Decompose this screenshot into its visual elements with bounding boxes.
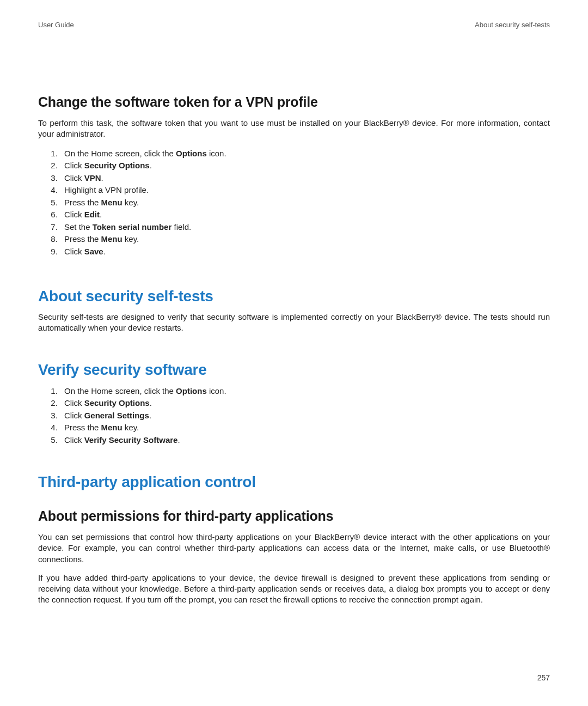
step-pre: On the Home screen, click the (64, 386, 176, 395)
step-pre: Press the (64, 423, 101, 432)
step-pre: On the Home screen, click the (64, 149, 176, 158)
list-item: Click Edit. (60, 209, 550, 221)
paragraph-permissions-1: You can set permissions that control how… (38, 532, 550, 565)
step-pre: Click (64, 398, 84, 407)
heading-change-token: Change the software token for a VPN prof… (38, 94, 550, 110)
step-pre: Press the (64, 198, 101, 207)
step-pre: Click (64, 435, 84, 445)
step-bold: Security Options (84, 398, 150, 407)
step-post: key. (122, 234, 139, 244)
subheading-permissions: About permissions for third-party applic… (38, 508, 550, 524)
step-bold: Menu (101, 198, 122, 207)
step-bold: General Settings (84, 411, 149, 420)
step-pre: Press the (64, 234, 101, 244)
list-item: Click VPN. (60, 172, 550, 185)
step-post: . (150, 398, 152, 407)
page-header: User Guide About security self-tests (38, 21, 550, 29)
step-post: . (100, 210, 102, 219)
list-item: Press the Menu key. (60, 422, 550, 434)
step-bold: Options (176, 149, 207, 158)
intro-change-token: To perform this task, the software token… (38, 118, 550, 140)
step-bold: Options (176, 386, 207, 395)
step-bold: VPN (84, 173, 101, 182)
step-post: key. (122, 198, 139, 207)
step-post: . (177, 435, 180, 445)
step-bold: Security Options (84, 161, 150, 170)
step-post: . (103, 247, 106, 256)
step-post: key. (122, 423, 139, 432)
step-pre: Set the (64, 222, 93, 232)
steps-change-token: On the Home screen, click the Options ic… (38, 148, 550, 258)
header-left: User Guide (38, 21, 74, 29)
step-pre: Click (64, 411, 84, 420)
step-pre: Click (64, 247, 84, 256)
body-about-self-tests: Security self-tests are designed to veri… (38, 312, 550, 334)
list-item: Click Security Options. (60, 397, 550, 410)
list-item: Press the Menu key. (60, 197, 550, 209)
step-pre: Click (64, 161, 84, 170)
heading-third-party-control: Third-party application control (38, 473, 550, 491)
list-item: Highlight a VPN profile. (60, 184, 550, 197)
step-bold: Menu (101, 234, 122, 244)
heading-about-self-tests: About security self-tests (38, 288, 550, 305)
step-bold: Save (84, 247, 103, 256)
list-item: Click General Settings. (60, 410, 550, 422)
step-bold: Menu (101, 423, 122, 432)
list-item: Click Security Options. (60, 160, 550, 172)
list-item: Set the Token serial number field. (60, 221, 550, 234)
heading-verify-software: Verify security software (38, 361, 550, 379)
list-item: On the Home screen, click the Options ic… (60, 148, 550, 160)
step-post: field. (171, 222, 191, 232)
step-bold: Token serial number (93, 222, 172, 232)
header-right: About security self-tests (475, 21, 550, 29)
step-post: . (101, 173, 103, 182)
step-bold: Edit (84, 210, 100, 219)
list-item: Click Save. (60, 246, 550, 258)
step-post: icon. (207, 149, 226, 158)
step-post: icon. (207, 386, 226, 395)
list-item: On the Home screen, click the Options ic… (60, 385, 550, 398)
step-pre: Click (64, 210, 84, 219)
step-pre: Click (64, 173, 84, 182)
page-number: 257 (537, 673, 550, 682)
steps-verify-software: On the Home screen, click the Options ic… (38, 385, 550, 447)
paragraph-permissions-2: If you have added third-party applicatio… (38, 573, 550, 606)
step-post: . (149, 411, 151, 420)
page-container: User Guide About security self-tests Cha… (0, 0, 588, 706)
step-pre: Highlight a VPN profile. (64, 185, 149, 194)
list-item: Press the Menu key. (60, 233, 550, 246)
step-bold: Verify Security Software (84, 435, 178, 445)
list-item: Click Verify Security Software. (60, 434, 550, 447)
step-post: . (150, 161, 152, 170)
